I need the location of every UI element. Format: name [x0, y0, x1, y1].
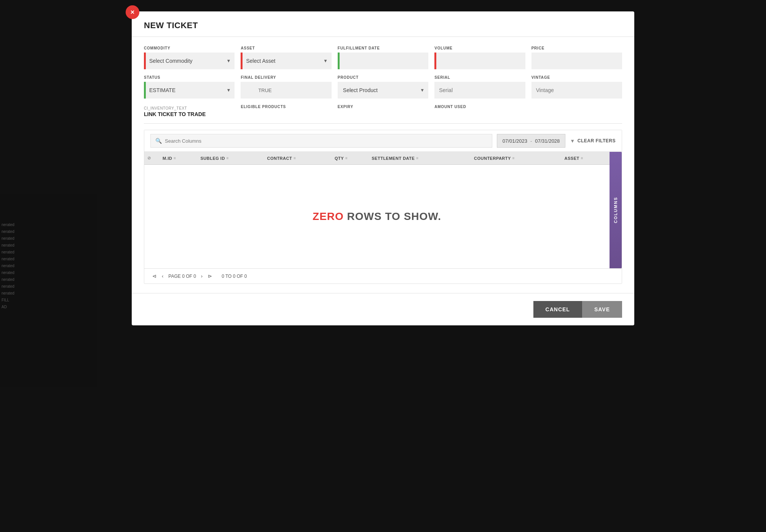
close-button[interactable]: ×	[126, 5, 139, 19]
form-group-status: STATUS ESTIMATE ▼	[144, 75, 235, 99]
form-group-vintage: VINTAGE	[531, 75, 622, 99]
empty-row: ZERO ROWS TO SHOW.	[144, 165, 610, 269]
eligible-products-label: ELIGIBLE PRODUCTS	[241, 105, 331, 109]
table-header: ⊘ M.ID ≡	[144, 152, 610, 165]
prev-page-button[interactable]: ‹	[160, 272, 165, 280]
commodity-label: COMMODITY	[144, 46, 235, 50]
status-select[interactable]: ESTIMATE	[144, 87, 235, 93]
status-select-wrapper[interactable]: ESTIMATE ▼	[144, 87, 235, 93]
fulfillment-date-label: FULFILLMENT DATE	[338, 46, 428, 50]
product-select[interactable]: Select Product	[338, 87, 428, 93]
th-asset: ASSET ≡	[562, 152, 610, 165]
final-delivery-control: TRUE	[241, 82, 331, 99]
table-section: 🔍 07/01/2023 - 07/31/2028 ▼ CLEAR FILTER…	[144, 130, 622, 284]
th-counterparty: COUNTERPARTY ≡	[471, 152, 562, 165]
form-row-2: STATUS ESTIMATE ▼ FINAL DE	[144, 75, 622, 99]
volume-control	[434, 53, 525, 69]
subleg-sort-icon[interactable]: ≡	[227, 156, 229, 160]
cancel-button[interactable]: CANCEL	[533, 301, 582, 318]
deselect-all-icon[interactable]: ⊘	[147, 156, 151, 161]
form-group-expiry: EXPIRY	[338, 105, 428, 117]
final-delivery-checkbox[interactable]	[245, 87, 255, 94]
serial-label: SERIAL	[434, 75, 525, 80]
fulfillment-date-control: 07/31/2023	[338, 53, 428, 69]
modal-body: COMMODITY Select Commodity ▼	[132, 37, 634, 293]
commodity-control: Select Commodity ▼	[144, 53, 235, 69]
rows-to-show-label: ROWS TO SHOW.	[344, 210, 441, 222]
contract-sort-icon[interactable]: ≡	[294, 156, 296, 160]
final-delivery-value: TRUE	[258, 88, 271, 93]
header-row: ⊘ M.ID ≡	[144, 152, 610, 165]
columns-sidebar-label: COLUMNS	[613, 197, 618, 223]
th-subleg-id: SUBLEG ID ≡	[197, 152, 264, 165]
clear-filters-button[interactable]: ▼ CLEAR FILTERS	[570, 138, 616, 144]
first-page-button[interactable]: ⊲	[150, 272, 158, 280]
vintage-input[interactable]	[531, 82, 622, 99]
table-body: ZERO ROWS TO SHOW.	[144, 165, 610, 269]
form-group-final-delivery: FINAL DELIVERY TRUE	[241, 75, 331, 99]
date-range-filter[interactable]: 07/01/2023 - 07/31/2028	[497, 134, 566, 148]
form-group-ci: CI_INVENTORY_TEXT LINK TICKET TO TRADE	[144, 106, 235, 117]
zero-label: ZERO	[313, 210, 344, 222]
modal-footer: CANCEL SAVE	[132, 293, 634, 325]
clear-filters-label: CLEAR FILTERS	[578, 138, 616, 143]
modal-dialog: × NEW TICKET COMMODITY Select C	[132, 11, 634, 325]
form-group-product: PRODUCT Select Product ▼	[338, 75, 428, 99]
link-ticket-value: LINK TICKET TO TRADE	[144, 111, 235, 117]
th-qty: QTY ≡	[332, 152, 369, 165]
counterparty-sort-icon[interactable]: ≡	[512, 156, 515, 160]
form-section: COMMODITY Select Commodity ▼	[144, 46, 622, 124]
qty-sort-icon[interactable]: ≡	[345, 156, 348, 160]
columns-sidebar-button[interactable]: COLUMNS	[610, 152, 622, 268]
vintage-label: VINTAGE	[531, 75, 622, 80]
volume-input[interactable]	[434, 53, 525, 69]
modal-overlay: nerated nerated nerated nerated nerated …	[0, 0, 766, 532]
form-row-3: CI_INVENTORY_TEXT LINK TICKET TO TRADE E…	[144, 105, 622, 117]
asset-control: Select Asset ▼	[241, 53, 331, 69]
th-check: ⊘	[144, 152, 160, 165]
settlement-sort-icon[interactable]: ≡	[416, 156, 418, 160]
form-group-eligible: ELIGIBLE PRODUCTS	[241, 105, 331, 117]
save-button[interactable]: SAVE	[582, 301, 622, 318]
date-from: 07/01/2023	[503, 138, 527, 144]
product-control: Select Product ▼	[338, 82, 428, 99]
fulfillment-date-accent	[338, 53, 340, 69]
final-delivery-checkbox-wrapper[interactable]: TRUE	[241, 87, 271, 94]
volume-label: VOLUME	[434, 46, 525, 50]
next-page-button[interactable]: ›	[199, 272, 204, 280]
background-text: nerated nerated nerated nerated nerated …	[0, 220, 16, 312]
form-group-placeholder	[531, 105, 622, 117]
form-group-asset: ASSET Select Asset ▼	[241, 46, 331, 69]
serial-input[interactable]	[434, 82, 525, 99]
modal-header: NEW TICKET	[132, 11, 634, 37]
price-input[interactable]	[531, 53, 622, 69]
price-control	[531, 53, 622, 69]
asset-sort-icon[interactable]: ≡	[581, 156, 583, 160]
rows-info: 0 TO 0 OF 0	[222, 274, 247, 279]
fulfillment-date-input[interactable]: 07/31/2023	[338, 53, 428, 69]
expiry-label: EXPIRY	[338, 105, 428, 109]
serial-control	[434, 82, 525, 99]
date-to: 07/31/2028	[535, 138, 560, 144]
last-page-button[interactable]: ⊳	[206, 272, 214, 280]
form-row-1: COMMODITY Select Commodity ▼	[144, 46, 622, 69]
search-wrapper[interactable]: 🔍	[150, 134, 492, 148]
search-input[interactable]	[165, 138, 487, 144]
form-group-price: PRICE	[531, 46, 622, 69]
mid-sort-icon[interactable]: ≡	[174, 156, 176, 160]
filter-icon: ▼	[570, 138, 575, 144]
th-settlement-date: SETTLEMENT DATE ≡	[369, 152, 471, 165]
asset-select[interactable]: Select Asset	[241, 58, 331, 64]
vintage-control	[531, 82, 622, 99]
volume-accent	[434, 53, 436, 69]
form-group-volume: VOLUME	[434, 46, 525, 69]
commodity-select[interactable]: Select Commodity	[144, 58, 235, 64]
final-delivery-label: FINAL DELIVERY	[241, 75, 331, 80]
status-control: ESTIMATE ▼	[144, 82, 235, 99]
product-select-wrapper[interactable]: Select Product ▼	[338, 87, 428, 93]
commodity-select-wrapper[interactable]: Select Commodity ▼	[144, 58, 235, 64]
empty-message-cell: ZERO ROWS TO SHOW.	[144, 165, 610, 269]
asset-select-wrapper[interactable]: Select Asset ▼	[241, 58, 331, 64]
product-label: PRODUCT	[338, 75, 428, 80]
pagination: ⊲ ‹ PAGE 0 OF 0 › ⊳ 0 TO 0 OF 0	[144, 268, 622, 284]
